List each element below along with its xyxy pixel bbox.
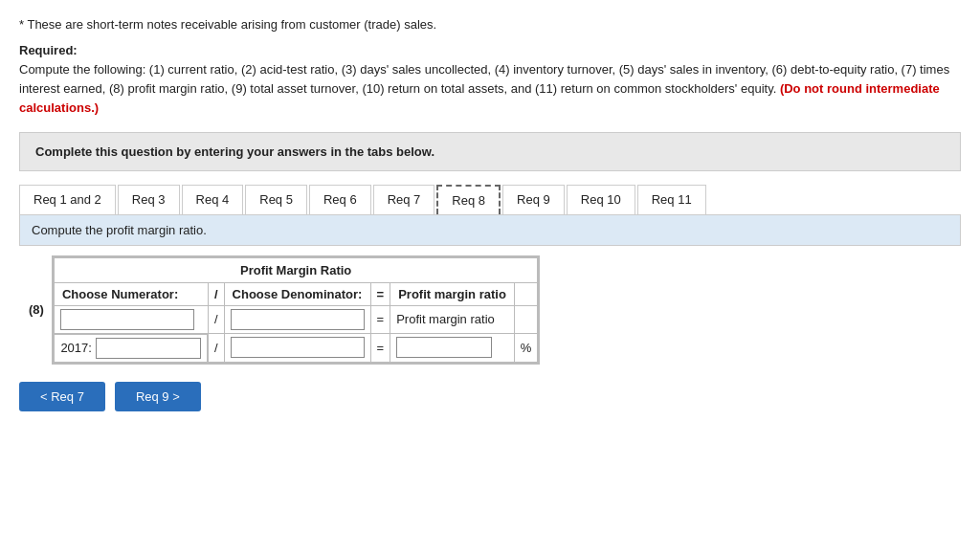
result-label-formula: Profit margin ratio <box>390 305 515 333</box>
tab-req11[interactable]: Req 11 <box>637 185 706 214</box>
tab-req1and2[interactable]: Req 1 and 2 <box>19 185 116 214</box>
footnote: * These are short-term notes receivable … <box>19 17 961 32</box>
tab-req6[interactable]: Req 6 <box>309 185 371 214</box>
ratio-header-row: Choose Numerator: / Choose Denominator: … <box>54 282 538 305</box>
tab-req5[interactable]: Req 5 <box>245 185 307 214</box>
equals-formula: = <box>370 305 390 333</box>
tab-content-header: Compute the profit margin ratio. <box>19 215 961 246</box>
required-section: Required: Compute the following: (1) cur… <box>19 41 961 119</box>
denominator-input[interactable] <box>231 309 365 330</box>
ratio-data-row: 2017: / = % <box>54 333 538 363</box>
equals-header: = <box>370 282 390 305</box>
nav-buttons: < Req 7 Req 9 > <box>19 382 961 411</box>
numerator-input[interactable] <box>60 309 194 330</box>
section-number: (8) <box>21 255 52 365</box>
equals-data: = <box>370 333 390 363</box>
tabs-row: Req 1 and 2 Req 3 Req 4 Req 5 Req 6 Req … <box>19 185 961 215</box>
denominator-label: Choose Denominator: <box>224 282 370 305</box>
denominator-value-input[interactable] <box>231 337 365 358</box>
instruction-box: Complete this question by entering your … <box>19 132 961 171</box>
numerator-value-input[interactable] <box>96 338 201 359</box>
required-label: Required: <box>19 43 78 57</box>
result-value-input[interactable] <box>396 337 492 358</box>
tab-req3[interactable]: Req 3 <box>118 185 180 214</box>
divider-header: / <box>208 282 224 305</box>
tab-req8[interactable]: Req 8 <box>436 185 501 214</box>
tab-req7[interactable]: Req 7 <box>373 185 435 214</box>
ratio-title: Profit Margin Ratio <box>54 257 538 282</box>
year-label: 2017: <box>60 341 92 355</box>
prev-button[interactable]: < Req 7 <box>19 382 105 411</box>
tab-req4[interactable]: Req 4 <box>182 185 244 214</box>
numerator-label: Choose Numerator: <box>54 282 208 305</box>
divider-data: / <box>208 333 224 363</box>
percent-label: % <box>514 333 538 363</box>
tab-req9[interactable]: Req 9 <box>502 185 565 214</box>
result-label-header: Profit margin ratio <box>390 282 515 305</box>
ratio-formula-row: / = Profit margin ratio <box>54 305 538 333</box>
next-button[interactable]: Req 9 > <box>115 382 201 411</box>
tab-req10[interactable]: Req 10 <box>567 185 635 214</box>
divider-formula: / <box>208 305 224 333</box>
